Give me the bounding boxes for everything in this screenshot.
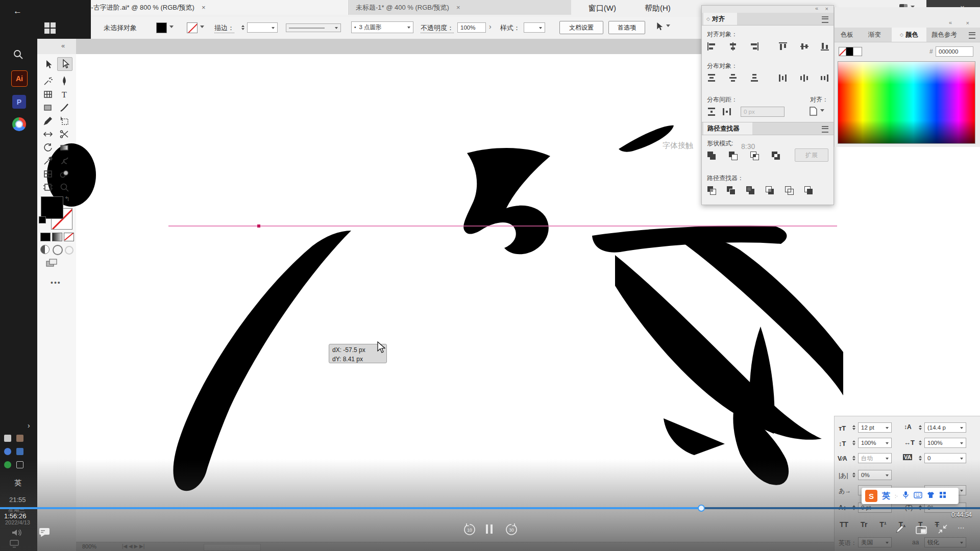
pen-tool[interactable] [57,74,71,87]
distribute-hcenter-button[interactable] [798,72,811,84]
color-spectrum[interactable] [838,61,975,144]
taskbar-p-app-icon[interactable]: P [12,95,26,109]
horizontal-space-button[interactable] [720,106,733,118]
forward-30-button[interactable]: 30 [504,522,519,539]
panel-menu-icon[interactable] [822,126,828,133]
subtitle-icon[interactable] [39,528,50,539]
sogou-logo-icon[interactable]: S [865,490,877,502]
vscale-stepper[interactable] [851,438,856,448]
document-tab-active[interactable]: 09-古字进阶.ai* @ 800 % (RGB/预览) × [78,0,349,15]
more-tools-icon[interactable]: ••• [51,279,61,287]
keyboard-icon[interactable] [914,491,922,500]
direct-selection-tool[interactable] [57,57,72,71]
mini-player-icon[interactable] [916,526,927,536]
tab-pathfinder[interactable]: 路径查找器 [703,122,752,135]
artboard-tool[interactable] [41,181,55,193]
brush-dropdown[interactable]: •3 点圆形 [351,21,413,33]
opacity-field[interactable]: 100% [457,22,486,33]
more-options-icon[interactable]: ⋯ [958,523,966,532]
tab-swatches[interactable]: 色板 [841,31,853,39]
video-progress-track[interactable] [0,507,980,509]
tray-icon[interactable] [4,435,11,442]
hscale-field[interactable]: 100% [924,438,966,448]
tab-gradient[interactable]: 渐变 [868,31,881,39]
leading-field[interactable]: (14.4 p [924,422,966,433]
hscale-stepper[interactable] [917,438,923,448]
windows-start-icon[interactable] [44,22,56,34]
selection-tool[interactable] [41,58,55,71]
tab-color-active[interactable]: ◇ 颜色 [892,28,926,42]
tab-close-icon[interactable]: × [202,4,206,11]
annotate-pencil-icon[interactable] [894,523,905,537]
back-icon[interactable]: ← [13,6,22,16]
minus-front-button[interactable] [726,149,740,162]
opacity-more[interactable]: › [489,22,492,31]
tray-icon[interactable] [16,435,23,442]
panel-drag-bar[interactable]: « × [702,6,834,13]
fill-color-swatch[interactable] [156,22,167,33]
gradient-mode-button[interactable] [52,233,62,241]
default-fill-stroke-icon[interactable] [39,216,46,223]
screen-mode-icon[interactable] [45,258,59,270]
panel-close-icon[interactable]: × [825,6,828,12]
leading-stepper[interactable] [917,422,923,433]
draw-normal-mode-icon[interactable] [40,245,50,254]
symbol-sprayer-tool[interactable] [57,154,71,167]
distribute-left-button[interactable] [776,72,790,84]
tab-color-guide[interactable]: 颜色参考 [932,31,957,39]
merge-button[interactable] [744,184,757,196]
align-top-button[interactable] [776,40,790,53]
align-left-button[interactable] [705,40,718,53]
tab-align[interactable]: ◇ 对齐 [703,13,737,25]
preferences-button[interactable]: 首选项 [608,21,645,34]
panel-menu-icon[interactable] [969,32,975,39]
crop-button[interactable] [763,184,776,196]
taskbar-chrome-icon[interactable] [12,117,26,131]
font-size-field[interactable]: 12 pt [858,422,892,433]
exclude-button[interactable] [769,149,782,162]
panel-collapse-icon[interactable]: « [815,5,818,11]
tab-close-icon[interactable]: × [456,4,460,11]
width-tool[interactable] [41,128,55,140]
toolbox-icon[interactable] [939,491,946,500]
color-mode-button[interactable] [40,233,51,241]
dock-close-icon[interactable]: × [966,20,969,26]
pause-button[interactable] [486,524,494,534]
free-transform-tool[interactable] [57,114,71,127]
stroke-caret[interactable] [200,26,204,30]
document-tab-inactive[interactable]: 未标题-1* @ 400 % (RGB/预览) × [350,0,571,15]
distribute-bottom-button[interactable] [748,72,761,84]
grid-tool[interactable] [41,88,55,101]
minus-back-button[interactable] [802,184,815,196]
search-icon[interactable] [13,49,24,62]
outline-button[interactable] [782,184,796,196]
style-dropdown[interactable] [524,22,545,33]
align-right-button[interactable] [748,40,761,53]
draw-inside-mode-icon[interactable] [65,246,74,255]
align-vcenter-button[interactable] [798,40,811,53]
menu-window[interactable]: 窗口(W) [589,0,616,17]
panel-collapse-icon[interactable]: « [61,42,65,49]
taskbar-illustrator-icon[interactable]: Ai [11,70,28,87]
menu-help[interactable]: 帮助(H) [645,0,671,17]
fill-swatch-large[interactable] [41,196,63,219]
stroke-weight-field[interactable] [247,22,278,33]
blend-tool[interactable] [57,167,71,180]
gradient-tool[interactable] [57,141,71,154]
intersect-button[interactable] [748,149,761,162]
swap-fill-stroke-icon[interactable]: ↰ [64,195,70,203]
video-playhead[interactable] [698,505,705,512]
ime-lang-indicator[interactable]: 英 [882,491,890,502]
align-hcenter-button[interactable] [726,40,740,53]
rotate-tool[interactable] [41,141,55,154]
hex-input[interactable]: 000000 [936,46,973,57]
tray-icon[interactable] [16,448,23,455]
ime-more-dots-icon[interactable]: :· [895,493,898,499]
dock-collapse-icon[interactable]: « [949,19,952,26]
pointer-preset[interactable] [654,21,670,32]
scissors-tool[interactable] [57,128,71,140]
zoom-tool[interactable] [57,181,71,193]
draw-behind-mode-icon[interactable] [53,245,63,255]
shrink-icon[interactable] [937,523,948,537]
stroke-weight-label[interactable]: 描边： [214,23,234,33]
